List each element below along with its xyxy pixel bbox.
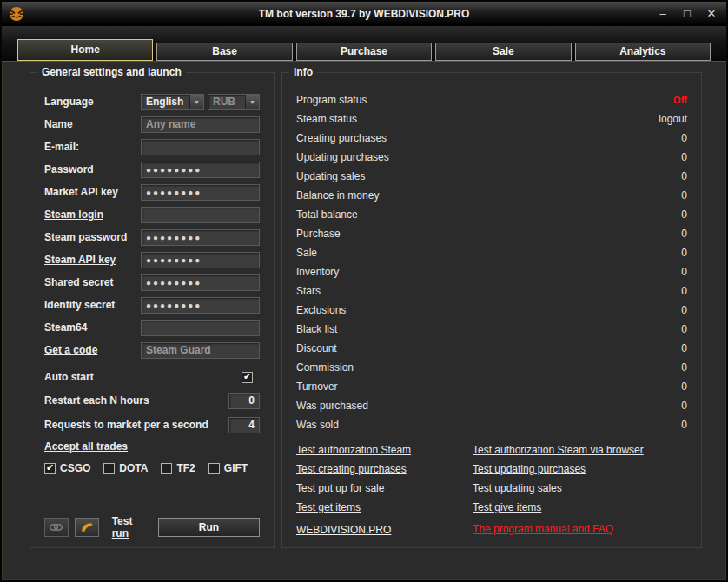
autostart-checkbox[interactable]: ✔: [242, 372, 253, 383]
requests-per-second-input[interactable]: [228, 417, 260, 433]
steam64-row: Steam64: [44, 316, 260, 339]
test-put-up-for-sale-link[interactable]: Test put up for sale: [296, 482, 473, 494]
info-label: Updating sales: [296, 170, 365, 182]
password-input[interactable]: [141, 162, 260, 178]
accept-all-trades-link[interactable]: Accept all trades: [44, 440, 128, 453]
info-value: 0: [681, 380, 687, 393]
identity-secret-input[interactable]: [141, 297, 260, 314]
password-row: Password: [44, 158, 260, 181]
csgo-label: CSGO: [60, 462, 90, 474]
steam-api-key-link[interactable]: Steam API key: [44, 254, 116, 266]
get-code-row: Get a code: [44, 339, 260, 361]
currency-dropdown[interactable]: RUB ▼: [208, 94, 260, 110]
info-label: Discount: [296, 342, 337, 354]
identity-secret-row: Identity secret: [44, 294, 260, 316]
info-label: Was purchased: [296, 400, 368, 412]
test-creating-purchases-link[interactable]: Test creating purchases: [296, 463, 473, 475]
info-footer: WEBDIVISION.PRO The program manual and F…: [296, 520, 687, 538]
minimize-button[interactable]: –: [655, 6, 671, 22]
info-value: 0: [681, 419, 687, 431]
info-value: 0: [681, 400, 687, 412]
webdivision-link[interactable]: WEBDIVISION.PRO: [296, 524, 391, 536]
language-dropdown[interactable]: English ▼: [141, 94, 204, 110]
dota-checkbox[interactable]: [103, 463, 115, 474]
close-button[interactable]: ✕: [704, 6, 719, 22]
info-value: 0: [681, 323, 687, 335]
info-label: Stars: [296, 285, 321, 297]
test-get-items-link[interactable]: Test get items: [296, 501, 473, 513]
info-value: 0: [681, 285, 687, 297]
info-row: Commission 0: [296, 358, 687, 377]
titlebar[interactable]: TM bot version 39.7 by WEBDIVISION.PRO –…: [2, 2, 726, 26]
name-row: Name: [44, 113, 260, 136]
test-give-items-link[interactable]: Test give items: [473, 501, 541, 513]
accept-trades-row: Accept all trades: [44, 437, 260, 456]
info-label: Creating purchases: [296, 132, 387, 144]
tab-home[interactable]: Home: [17, 39, 153, 61]
manual-faq-link[interactable]: The program manual and FAQ: [473, 523, 613, 535]
info-row: Turnover 0: [296, 377, 687, 396]
autostart-row: Auto start ✔: [44, 366, 260, 388]
test-authorization-steam-browser-link[interactable]: Test authorization Steam via browser: [473, 444, 644, 456]
chevron-down-icon[interactable]: ▼: [189, 95, 203, 109]
chevron-down-icon[interactable]: ▼: [245, 95, 259, 109]
dota-label: DOTA: [119, 462, 148, 474]
test-updating-sales-link[interactable]: Test updating sales: [473, 482, 562, 494]
gift-checkbox[interactable]: [208, 463, 220, 474]
password-label: Password: [44, 163, 94, 175]
steam-api-key-input[interactable]: [141, 252, 260, 268]
tab-sale[interactable]: Sale: [435, 43, 571, 61]
shared-secret-input[interactable]: [141, 274, 260, 291]
email-input[interactable]: [141, 139, 260, 155]
window-title: TM bot version 39.7 by WEBDIVISION.PRO: [2, 8, 726, 20]
info-label: Exclusions: [296, 304, 346, 316]
email-label: E-mail:: [44, 141, 79, 153]
language-value: English: [142, 95, 189, 109]
tf2-checkbox[interactable]: [161, 463, 172, 474]
csgo-checkbox[interactable]: ✔: [44, 463, 56, 474]
info-row: Was sold 0: [296, 415, 687, 434]
test-authorization-steam-link[interactable]: Test authorization Steam: [296, 444, 473, 456]
info-value: 0: [681, 151, 687, 163]
info-row: Creating purchases 0: [296, 129, 687, 148]
get-code-link[interactable]: Get a code: [44, 344, 97, 356]
info-row: Balance in money 0: [296, 186, 687, 205]
game-dota: DOTA: [103, 462, 148, 474]
game-gift: GIFT: [208, 462, 248, 474]
info-label: Was sold: [296, 419, 339, 431]
info-value: 0: [681, 208, 687, 221]
info-value: 0: [681, 170, 687, 182]
steam-guard-input[interactable]: [141, 342, 260, 359]
app-window: TM bot version 39.7 by WEBDIVISION.PRO –…: [0, 0, 728, 582]
market-api-key-input[interactable]: [141, 184, 260, 201]
autostart-label: Auto start: [44, 371, 94, 383]
info-row: Stars 0: [296, 281, 687, 301]
name-label: Name: [44, 118, 73, 130]
restart-hours-input[interactable]: [228, 393, 260, 409]
info-label: Commission: [296, 361, 354, 374]
run-button[interactable]: Run: [158, 518, 260, 537]
tf2-label: TF2: [176, 462, 195, 474]
tab-base[interactable]: Base: [156, 43, 292, 61]
steam64-input[interactable]: [141, 320, 260, 336]
market-api-key-row: Market API key: [44, 181, 260, 203]
disconnect-button[interactable]: [44, 518, 69, 537]
horn-icon: [80, 521, 94, 533]
steam-login-input[interactable]: [141, 207, 260, 223]
test-updating-purchases-link[interactable]: Test updating purchases: [473, 463, 586, 475]
info-row: Was purchased 0: [296, 396, 687, 415]
maximize-button[interactable]: □: [679, 6, 695, 22]
info-row: Exclusions 0: [296, 301, 687, 320]
tab-analytics[interactable]: Analytics: [575, 43, 711, 61]
info-label: Updating purchases: [296, 151, 389, 163]
name-input[interactable]: [141, 116, 260, 133]
tab-purchase[interactable]: Purchase: [296, 43, 432, 61]
content-area: General settings and launch Language Eng…: [2, 62, 726, 580]
info-label: Steam status: [296, 113, 357, 125]
steam-password-input[interactable]: [141, 229, 260, 246]
requests-row: Requests to market per a second: [44, 413, 260, 437]
steam-login-link[interactable]: Steam login: [44, 208, 103, 221]
info-label: Total balance: [296, 208, 358, 221]
horn-button[interactable]: [75, 518, 99, 537]
test-run-link[interactable]: Test run: [112, 515, 152, 539]
